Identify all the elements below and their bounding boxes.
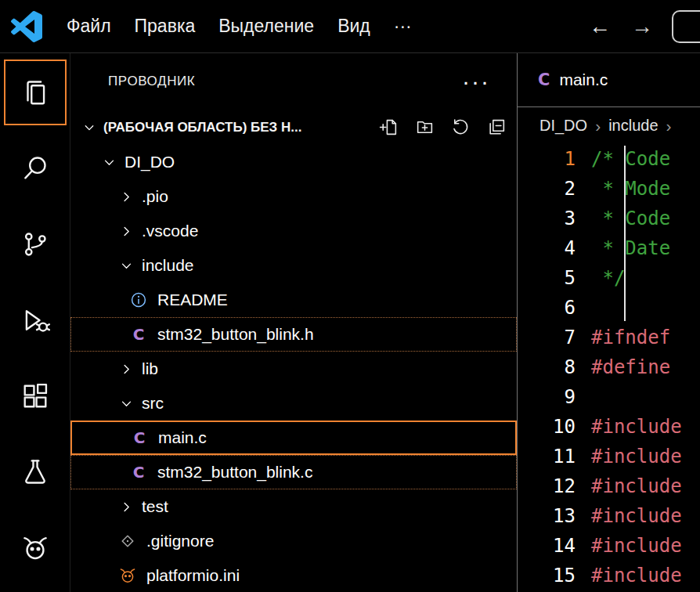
code-line[interactable]: 14#include	[518, 531, 700, 561]
line-number: 7	[518, 323, 576, 352]
line-number: 13	[518, 501, 576, 531]
activity-run-debug[interactable]	[4, 287, 67, 353]
code-text: /* Code	[591, 144, 670, 174]
platformio-icon	[118, 566, 137, 585]
extensions-icon	[20, 381, 50, 411]
chevron-down-icon	[118, 258, 135, 274]
code-text: #include	[591, 561, 682, 590]
breadcrumbs: DI_DO›include›	[518, 107, 700, 144]
tree-item-platformio-ini[interactable]: platformio.ini	[70, 558, 517, 592]
tree-item-label: .vscode	[142, 222, 198, 240]
tree-item-stm32_button_blink-h[interactable]: Cstm32_button_blink.h	[70, 317, 517, 352]
tree-item-main-c[interactable]: Cmain.c	[70, 421, 517, 455]
menu-more[interactable]: ···	[382, 16, 424, 37]
tree-item-lib[interactable]: lib	[70, 352, 517, 386]
tree-item-label: DI_DO	[124, 153, 175, 171]
activity-search[interactable]	[4, 135, 67, 201]
platformio-icon	[20, 533, 50, 563]
code-area[interactable]: 1/* Code2 * Mode3 * Code4 * Date5 */67#i…	[518, 144, 700, 592]
code-line[interactable]: 13#include	[518, 501, 700, 531]
collapse-all-icon[interactable]	[487, 117, 507, 137]
explorer-more-actions-icon[interactable]: ···	[462, 74, 490, 89]
activity-extensions[interactable]	[4, 363, 67, 429]
git-icon	[118, 532, 137, 550]
tree-item-vscode[interactable]: .vscode	[70, 214, 517, 248]
line-number: 15	[518, 561, 576, 590]
activity-platformio[interactable]	[4, 515, 67, 581]
chevron-right-icon	[118, 361, 135, 377]
new-folder-icon[interactable]	[415, 117, 435, 137]
workspace-header[interactable]: (РАБОЧАЯ ОБЛАСТЬ) БЕЗ Н...	[70, 110, 517, 145]
tree-item-include[interactable]: include	[70, 248, 517, 283]
search-icon	[20, 153, 50, 183]
back-arrow[interactable]: ←	[589, 14, 611, 39]
tree-item-pio[interactable]: .pio	[70, 179, 517, 214]
code-line[interactable]: 12#include	[518, 471, 700, 501]
line-number: 6	[518, 293, 576, 323]
refresh-icon[interactable]	[451, 117, 471, 137]
workspace-actions	[379, 117, 507, 137]
tree-item-label: include	[142, 256, 194, 275]
code-line[interactable]: 1/* Code	[518, 144, 700, 174]
line-number: 5	[518, 263, 576, 293]
code-line[interactable]: 15#include	[518, 561, 700, 590]
indent-guide	[624, 146, 626, 321]
tree-item-test[interactable]: test	[70, 489, 517, 524]
code-line[interactable]: 3 * Code	[518, 204, 700, 233]
chevron-right-icon	[118, 499, 135, 515]
menu-edit[interactable]: Правка	[123, 16, 207, 37]
tree-item-label: stm32_button_blink.c	[157, 463, 312, 482]
tree-item-src[interactable]: src	[70, 386, 517, 421]
testing-icon	[20, 457, 50, 487]
code-text: #ifndef	[591, 323, 670, 352]
c-file-icon: C	[130, 428, 149, 447]
code-line[interactable]: 4 * Date	[518, 233, 700, 263]
code-line[interactable]: 8#define	[518, 352, 700, 382]
breadcrumb-item[interactable]: include	[608, 117, 658, 135]
tree-item-di_do[interactable]: DI_DO	[70, 145, 517, 179]
line-number: 9	[518, 382, 576, 412]
tree-item-stm32_button_blink-c[interactable]: Cstm32_button_blink.c	[70, 455, 517, 489]
menu-bar: ФайлПравкаВыделениеВид···	[55, 16, 424, 37]
menu-view[interactable]: Вид	[326, 16, 382, 37]
code-line[interactable]: 2 * Mode	[518, 174, 700, 204]
explorer-icon	[20, 78, 50, 107]
line-number: 12	[518, 471, 576, 501]
tree-item-gitignore[interactable]: .gitignore	[70, 524, 517, 558]
tree-item-label: main.c	[158, 428, 207, 447]
tab-bar: C main.c	[518, 53, 700, 107]
tree-item-label: platformio.ini	[146, 566, 240, 585]
code-text: */	[591, 263, 625, 293]
code-line[interactable]: 11#include	[518, 442, 700, 471]
tab-main-c[interactable]: C main.c	[518, 53, 628, 106]
menu-selection[interactable]: Выделение	[207, 16, 326, 37]
activity-testing[interactable]	[4, 439, 67, 505]
code-line[interactable]: 7#ifndef	[518, 323, 700, 352]
code-line[interactable]: 5 */	[518, 263, 700, 293]
code-line[interactable]: 6	[518, 293, 700, 323]
run-debug-icon	[20, 305, 50, 335]
command-center-search-box[interactable]	[672, 10, 700, 43]
code-text: * Date	[591, 233, 670, 263]
code-line[interactable]: 10#include	[518, 412, 700, 442]
activity-bar	[0, 53, 70, 592]
tree-item-label: README	[157, 291, 228, 309]
history-nav: ← →	[589, 14, 653, 39]
code-text: #define	[591, 352, 670, 382]
activity-explorer[interactable]	[4, 60, 67, 125]
source-control-icon	[20, 229, 50, 259]
line-number: 1	[518, 144, 576, 174]
tab-label: main.c	[559, 70, 608, 89]
breadcrumb-item[interactable]: DI_DO	[539, 117, 587, 135]
menu-file[interactable]: Файл	[55, 16, 123, 37]
c-file-icon: C	[538, 70, 550, 89]
activity-source-control[interactable]	[4, 211, 67, 277]
new-file-icon[interactable]	[379, 117, 399, 137]
tree-item-label: src	[142, 394, 164, 413]
line-number: 14	[518, 531, 576, 561]
file-tree: DI_DO.pio.vscodeincludeREADMECstm32_butt…	[70, 145, 517, 592]
forward-arrow[interactable]: →	[631, 14, 653, 39]
tree-item-label: test	[142, 497, 168, 516]
code-line[interactable]: 9	[518, 382, 700, 412]
tree-item-readme[interactable]: README	[70, 283, 517, 317]
